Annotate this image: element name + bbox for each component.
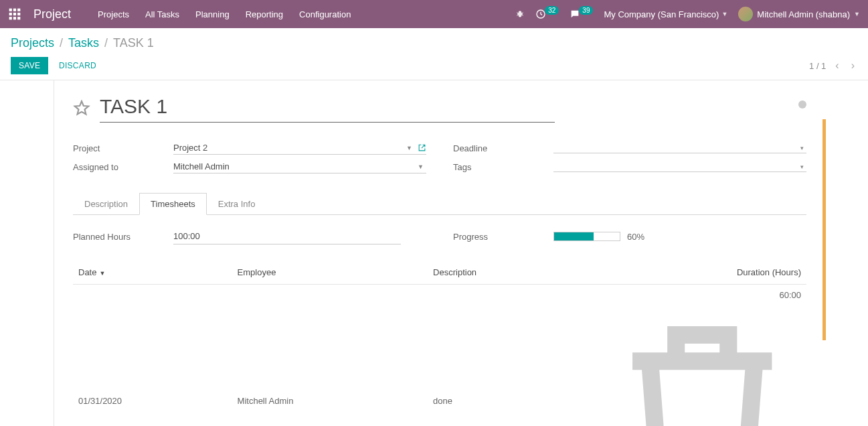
breadcrumb-sep: / [104, 36, 108, 50]
deadline-label: Deadline [453, 143, 553, 153]
th-employee[interactable]: Employee [232, 261, 428, 285]
svg-rect-3 [9, 13, 12, 15]
svg-rect-1 [13, 9, 16, 11]
th-duration[interactable]: Duration (Hours) [587, 261, 807, 285]
stage-indicator[interactable] [798, 100, 806, 109]
pager-prev[interactable]: ‹ [833, 58, 841, 73]
sort-caret-icon: ▼ [99, 270, 105, 277]
planned-hours-input[interactable] [173, 228, 401, 244]
field-assigned: Assigned to Mitchell Admin ▼ [73, 160, 426, 173]
avatar [738, 7, 753, 21]
breadcrumb-current: TASK 1 [113, 36, 154, 50]
activity-badge[interactable]: 32 [535, 9, 559, 19]
tabs: Description Timesheets Extra Info [73, 192, 806, 215]
th-date[interactable]: Date▼ [73, 261, 232, 285]
field-tags: Tags ▾ [453, 160, 806, 173]
company-selector[interactable]: My Company (San Francisco) ▼ [604, 9, 727, 19]
breadcrumb-sep: / [60, 36, 63, 50]
field-project: Project Project 2 ▼ [73, 141, 426, 155]
svg-rect-0 [9, 9, 12, 11]
messages-badge[interactable]: 39 [570, 9, 593, 19]
nav-item-all-tasks[interactable]: All Tasks [145, 9, 179, 19]
tab-extra-info[interactable]: Extra Info [207, 193, 267, 215]
fields-grid: Project Project 2 ▼ Deadline ▾ Assigned … [73, 141, 806, 173]
progress-bar-wrap: 60% [553, 232, 806, 242]
svg-rect-7 [13, 17, 16, 19]
project-input[interactable]: Project 2 ▼ [173, 141, 426, 155]
chevron-down-icon[interactable]: ▾ [798, 163, 806, 170]
external-link-icon[interactable] [418, 143, 426, 152]
breadcrumb-projects[interactable]: Projects [11, 36, 54, 50]
activity-count: 32 [545, 6, 559, 15]
project-value: Project 2 [173, 143, 404, 153]
tab-description[interactable]: Description [73, 193, 139, 215]
actions-row: Save Discard 1 / 1 ‹ › [11, 57, 857, 74]
cell-duration-value: 60:00 [779, 290, 801, 300]
svg-rect-6 [9, 17, 12, 19]
sheet-wrap: Project Project 2 ▼ Deadline ▾ Assigned … [0, 80, 868, 426]
cell-duration[interactable]: 60:00 [587, 285, 807, 427]
top-navbar: Project Projects All Tasks Planning Repo… [0, 0, 868, 28]
chevron-down-icon: ▼ [854, 11, 860, 17]
tags-label: Tags [453, 162, 553, 172]
svg-rect-4 [13, 13, 16, 15]
chevron-down-icon[interactable]: ▼ [415, 163, 426, 170]
chevron-down-icon[interactable]: ▾ [798, 145, 806, 151]
field-deadline: Deadline ▾ [453, 141, 806, 155]
cell-date[interactable]: 01/31/2020 [73, 285, 232, 427]
cell-description[interactable]: done [428, 285, 586, 427]
discard-button[interactable]: Discard [59, 61, 96, 70]
save-button[interactable]: Save [11, 57, 48, 74]
nav-menu: Projects All Tasks Planning Reporting Co… [98, 9, 515, 19]
table-row[interactable]: 01/31/2020 Mitchell Admin done 60:00 [73, 285, 806, 427]
nav-item-projects[interactable]: Projects [98, 9, 129, 19]
nav-item-planning[interactable]: Planning [195, 9, 230, 19]
progress-label: Progress [453, 232, 553, 242]
svg-rect-8 [17, 17, 20, 19]
progress-text: 60% [627, 232, 644, 242]
breadcrumb: Projects / Tasks / TASK 1 [11, 36, 857, 50]
title-row [73, 94, 806, 123]
chevron-down-icon: ▼ [721, 11, 727, 17]
form-sheet: Project Project 2 ▼ Deadline ▾ Assigned … [54, 80, 828, 426]
nav-right: 32 39 My Company (San Francisco) ▼ Mitch… [515, 7, 860, 21]
th-description[interactable]: Description [428, 261, 586, 285]
svg-rect-5 [17, 13, 20, 15]
control-row: Projects / Tasks / TASK 1 Save Discard 1… [0, 28, 868, 80]
brand-title[interactable]: Project [33, 7, 71, 21]
tab-content-timesheets: Planned Hours Progress 60% Dat [73, 228, 806, 426]
svg-rect-2 [17, 9, 20, 11]
apps-icon[interactable] [8, 7, 21, 21]
deadline-input[interactable]: ▾ [553, 143, 806, 153]
assigned-input[interactable]: Mitchell Admin ▼ [173, 160, 426, 173]
planned-row: Planned Hours Progress 60% [73, 228, 806, 244]
timesheet-table: Date▼ Employee Description Duration (Hou… [73, 261, 806, 426]
star-icon[interactable] [73, 100, 90, 117]
cell-employee[interactable]: Mitchell Admin [232, 285, 428, 427]
progress-bar [553, 232, 620, 241]
pager-text: 1 / 1 [809, 61, 826, 71]
breadcrumb-tasks[interactable]: Tasks [68, 36, 99, 50]
company-name: My Company (San Francisco) [604, 9, 719, 19]
progress-field: Progress 60% [453, 228, 806, 244]
planned-hours-field: Planned Hours [73, 228, 426, 244]
user-name: Mitchell Admin (shabna) [757, 9, 850, 19]
tags-input[interactable]: ▾ [553, 162, 806, 172]
pager: 1 / 1 ‹ › [809, 58, 857, 73]
pager-next[interactable]: › [849, 58, 857, 73]
tab-timesheets[interactable]: Timesheets [139, 193, 207, 215]
progress-fill [554, 232, 594, 240]
assigned-value: Mitchell Admin [173, 161, 415, 171]
messages-count: 39 [579, 6, 593, 15]
nav-item-reporting[interactable]: Reporting [246, 9, 283, 19]
th-date-label: Date [78, 267, 96, 277]
planned-hours-label: Planned Hours [73, 232, 173, 242]
nav-item-configuration[interactable]: Configuration [299, 9, 351, 19]
assigned-label: Assigned to [73, 162, 173, 172]
chevron-down-icon[interactable]: ▼ [404, 145, 415, 151]
bug-icon[interactable] [515, 9, 525, 19]
user-menu[interactable]: Mitchell Admin (shabna) ▼ [738, 7, 860, 21]
project-label: Project [73, 143, 173, 153]
task-title-input[interactable] [100, 94, 555, 123]
